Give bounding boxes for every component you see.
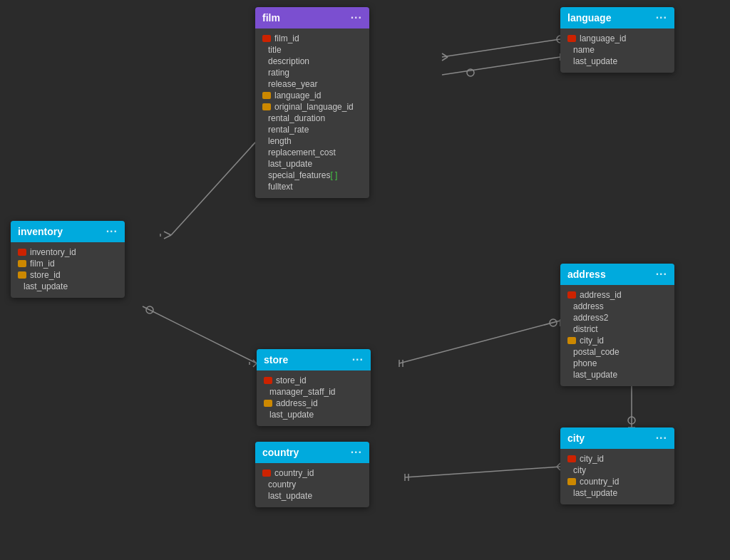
field-address-district: district: [560, 323, 674, 335]
field-name-film-description: description: [268, 56, 309, 66]
pk-icon: [567, 35, 576, 42]
field-name-inventory-store_id: store_id: [30, 270, 61, 280]
field-address-last_update: last_update: [560, 369, 674, 380]
table-header-address: address···: [560, 264, 674, 285]
field-name-address-address: address: [573, 301, 604, 311]
field-film-language_id: language_id: [255, 90, 369, 101]
field-name-inventory-inventory_id: inventory_id: [30, 247, 76, 257]
field-name-film-rental_duration: rental_duration: [268, 113, 325, 123]
field-icon-inventory-store_id: [18, 271, 27, 279]
field-language-language_id: language_id: [560, 33, 674, 44]
field-address-address: address: [560, 301, 674, 312]
field-address-address_id: address_id: [560, 289, 674, 301]
table-country[interactable]: country···country_idcountrylast_update: [255, 442, 369, 507]
table-menu-inventory[interactable]: ···: [106, 225, 118, 238]
pk-icon: [567, 291, 576, 299]
pk-icon: [18, 249, 26, 256]
table-header-inventory: inventory···: [11, 221, 125, 242]
field-language-last_update: last_update: [560, 56, 674, 67]
diagram-canvas: film···film_idtitledescriptionratingrele…: [0, 0, 730, 560]
field-icon-address-city_id: [567, 337, 577, 344]
svg-line-2: [442, 57, 448, 61]
table-store[interactable]: store···store_idmanager_staff_idaddress_…: [257, 349, 371, 426]
table-inventory[interactable]: inventory···inventory_idfilm_idstore_idl…: [11, 221, 125, 298]
field-store-last_update: last_update: [257, 409, 371, 420]
field-name-film-rental_rate: rental_rate: [268, 125, 309, 135]
table-header-country: country···: [255, 442, 369, 463]
field-name-film-title: title: [268, 45, 282, 55]
field-name-address-address_id: address_id: [580, 290, 622, 300]
field-address-address2: address2: [560, 312, 674, 323]
field-address-city_id: city_id: [560, 335, 674, 346]
field-country-last_update: last_update: [255, 490, 369, 502]
table-body-address: address_idaddressaddress2districtcity_id…: [560, 285, 674, 386]
table-menu-language[interactable]: ···: [656, 11, 667, 24]
table-title-film: film: [262, 12, 280, 24]
svg-point-21: [550, 319, 557, 326]
svg-line-8: [171, 142, 255, 235]
field-name-film-last_update: last_update: [268, 159, 312, 169]
field-country-country_id: country_id: [255, 467, 369, 479]
fk-icon: [18, 260, 26, 267]
table-menu-city[interactable]: ···: [656, 432, 667, 445]
pk-icon: [262, 470, 271, 477]
field-icon-language-language_id: [567, 35, 577, 42]
table-menu-film[interactable]: ···: [351, 11, 362, 24]
field-name-film-film_id: film_id: [274, 33, 299, 43]
table-city[interactable]: city···city_idcitycountry_idlast_update: [560, 427, 674, 504]
field-film-title: title: [255, 44, 369, 56]
table-body-inventory: inventory_idfilm_idstore_idlast_update: [11, 242, 125, 298]
field-icon-address-address_id: [567, 291, 577, 299]
table-menu-store[interactable]: ···: [352, 353, 364, 366]
field-icon-inventory-inventory_id: [18, 249, 27, 256]
field-icon-film-film_id: [262, 35, 272, 42]
table-menu-country[interactable]: ···: [351, 446, 362, 459]
field-icon-city-city_id: [567, 455, 577, 462]
table-title-store: store: [264, 354, 288, 365]
fk-icon: [264, 400, 272, 407]
field-name-country-country: country: [268, 479, 296, 489]
field-inventory-film_id: film_id: [11, 258, 125, 269]
table-title-address: address: [567, 269, 606, 280]
field-icon-store-store_id: [264, 377, 273, 384]
field-name-store-last_update: last_update: [269, 410, 314, 420]
fk-icon: [262, 92, 271, 99]
field-name-film-rating: rating: [268, 68, 289, 78]
field-name-film-release_year: release_year: [268, 79, 317, 89]
field-special-film-special_features: [ ]: [330, 170, 337, 180]
field-name-film-fulltext: fulltext: [268, 182, 293, 192]
field-icon-inventory-film_id: [18, 260, 27, 267]
field-store-address_id: address_id: [257, 398, 371, 409]
field-name-city-country_id: country_id: [580, 477, 619, 487]
table-menu-address[interactable]: ···: [656, 268, 667, 281]
table-address[interactable]: address···address_idaddressaddress2distr…: [560, 264, 674, 386]
field-name-film-language_id: language_id: [274, 90, 321, 100]
fk-icon: [567, 478, 576, 485]
field-address-postal_code: postal_code: [560, 346, 674, 358]
table-language[interactable]: language···language_idnamelast_update: [560, 7, 674, 73]
field-film-original_language_id: original_language_id: [255, 101, 369, 113]
field-city-last_update: last_update: [560, 487, 674, 499]
table-film[interactable]: film···film_idtitledescriptionratingrele…: [255, 7, 369, 198]
field-name-city-city: city: [573, 465, 586, 475]
field-name-country-last_update: last_update: [268, 491, 312, 501]
field-film-replacement_cost: replacement_cost: [255, 147, 369, 158]
field-icon-film-original_language_id: [262, 103, 272, 110]
field-film-rating: rating: [255, 67, 369, 78]
field-name-address-last_update: last_update: [573, 370, 617, 380]
table-body-city: city_idcitycountry_idlast_update: [560, 449, 674, 504]
field-name-store-store_id: store_id: [276, 375, 307, 385]
svg-line-0: [442, 39, 560, 57]
field-city-country_id: country_id: [560, 476, 674, 487]
field-store-manager_staff_id: manager_staff_id: [257, 386, 371, 398]
svg-line-18: [399, 321, 560, 363]
field-name-address-postal_code: postal_code: [573, 347, 620, 357]
field-film-special_features: special_features [ ]: [255, 170, 369, 181]
field-name-city-city_id: city_id: [580, 454, 604, 464]
field-city-city: city: [560, 465, 674, 476]
field-name-film-special_features: special_features: [268, 170, 330, 180]
svg-line-13: [143, 306, 257, 363]
field-name-country-country_id: country_id: [274, 468, 314, 478]
table-header-film: film···: [255, 7, 369, 28]
field-icon-country-country_id: [262, 470, 272, 477]
